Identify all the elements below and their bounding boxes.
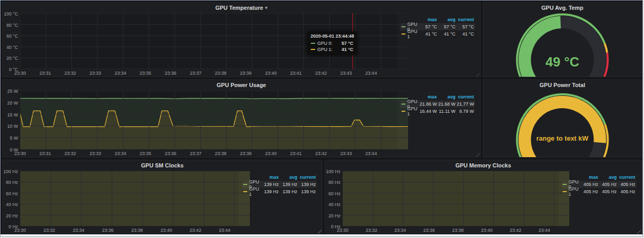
plot-area-sm-clocks[interactable]: 23:3023:3223:3423:3623:3823:4023:4223:44 xyxy=(20,171,239,226)
chart-canvas xyxy=(343,171,569,226)
series-fill-offscale xyxy=(20,171,250,226)
legend-power: maxavgcurrentGPU 021.86 W21.68 W21.77 WG… xyxy=(397,91,479,149)
x-tick-label: 23:39 xyxy=(240,71,252,76)
panel-gpu-sm-clocks: GPU SM Clocks 0 Hz20 Hz40 Hz60 Hz80 Hz10… xyxy=(2,160,323,234)
legend-row: GPU 116.44 W11.11 W9.79 W xyxy=(400,108,475,115)
legend-stat-value: 405 Hz xyxy=(617,189,635,194)
tooltip-series-value: 41 °C xyxy=(342,47,353,52)
x-tick-label: 23:30 xyxy=(337,228,349,233)
x-tick-label: 23:38 xyxy=(452,228,464,233)
panel-title-text: GPU SM Clocks xyxy=(141,162,184,168)
panel-title-gpu-power-usage[interactable]: GPU Power Usage xyxy=(3,80,480,90)
x-tick-label: 23:41 xyxy=(290,151,302,156)
series-swatch-icon xyxy=(311,43,315,44)
x-tick-label: 23:38 xyxy=(131,228,143,233)
panel-title-gpu-sm-clocks[interactable]: GPU SM Clocks xyxy=(3,160,322,170)
panel-resize-handle[interactable] xyxy=(476,153,480,157)
legend-stat-value: 139 Hz xyxy=(297,189,316,194)
panel-title-gpu-temperature[interactable]: GPU Temperature ▾ xyxy=(3,3,480,12)
plot-area-power[interactable]: 23:3023:3123:3223:3323:3423:3523:3623:37… xyxy=(20,91,397,149)
x-tick-label: 23:34 xyxy=(114,151,126,156)
x-tick-label: 23:44 xyxy=(219,228,231,233)
grafana-dashboard: GPU Temperature ▾ 0 °C20 °C40 °C60 °C80 … xyxy=(1,1,643,234)
panel-resize-handle[interactable] xyxy=(637,230,641,233)
x-tick-label: 23:41 xyxy=(290,71,302,76)
x-tick-label: 23:39 xyxy=(240,151,252,156)
x-tick-label: 23:40 xyxy=(481,228,493,233)
legend-header-avg: avg xyxy=(279,175,297,180)
x-tick-label: 23:43 xyxy=(340,71,352,76)
legend-stat-value: 16.44 W xyxy=(418,109,437,114)
panel-title-gpu-power-total[interactable]: GPU Power Total xyxy=(483,80,641,90)
series-label: GPU 1 xyxy=(569,186,580,197)
legend-stat-value: 57 °C xyxy=(418,24,437,29)
legend-header-current: current xyxy=(455,17,474,22)
panel-gpu-power-total: GPU Power Total range to text kW xyxy=(483,79,642,158)
x-tick-label: 23:33 xyxy=(90,151,101,156)
y-tick-label: 20 °C xyxy=(6,56,18,61)
y-tick-label: 60 °C xyxy=(6,33,18,39)
y-tick-label: 80 Hz xyxy=(6,180,18,185)
x-tick-label: 23:42 xyxy=(315,71,327,76)
tooltip-series-value: 57 °C xyxy=(342,41,353,46)
plot-area-memory-clocks[interactable]: 23:3023:3223:3423:3623:3823:4023:4223:44 xyxy=(343,171,558,226)
y-tick-label: 25 W xyxy=(7,89,18,94)
tooltip-series-row: GPU 0:57 °C xyxy=(311,40,353,46)
legend-stat-value: 21.68 W xyxy=(437,101,455,107)
x-tick-label: 23:37 xyxy=(190,71,201,76)
y-axis-sm-clocks: 0 Hz20 Hz40 Hz60 Hz80 Hz100 Hz xyxy=(4,171,20,226)
legend-stat-value: 139 Hz xyxy=(260,182,279,187)
tooltip-series-label: GPU 1: xyxy=(317,47,333,52)
gauge-value-power-total: range to text kW xyxy=(536,134,588,142)
y-tick-label: 80 Hz xyxy=(328,180,341,185)
x-tick-label: 23:30 xyxy=(14,71,26,76)
legend-stat-value: 405 Hz xyxy=(617,182,635,187)
x-tick-label: 23:34 xyxy=(114,71,126,76)
panel-gpu-power-usage: GPU Power Usage 0 W5 W10 W15 W20 W25 W 2… xyxy=(2,79,481,158)
legend-header-avg: avg xyxy=(598,175,617,180)
series-swatch-icon xyxy=(311,49,315,50)
gauge-power-total: range to text kW xyxy=(483,90,641,157)
x-tick-label: 23:32 xyxy=(64,71,76,76)
legend-stat-value: 405 Hz xyxy=(580,189,598,194)
panel-title-gpu-avg-temp[interactable]: GPU Avg. Temp xyxy=(483,3,641,12)
x-tick-label: 23:34 xyxy=(73,228,84,233)
y-tick-label: 5 W xyxy=(10,135,18,141)
panel-title-gpu-memory-clocks[interactable]: GPU Memory Clocks xyxy=(325,160,641,170)
x-tick-label: 23:30 xyxy=(14,228,26,233)
panel-resize-handle[interactable] xyxy=(318,230,321,233)
tooltip-timestamp: 2020-05-01 23:44:48 xyxy=(311,33,353,39)
legend-stat-value: 139 Hz xyxy=(297,182,316,187)
y-tick-label: 100 Hz xyxy=(3,169,18,174)
x-tick-label: 23:42 xyxy=(315,151,327,156)
panel-title-text: GPU Power Total xyxy=(539,82,585,88)
legend-header-max: max xyxy=(418,17,437,22)
panel-resize-handle[interactable] xyxy=(476,73,480,76)
legend-stat-value: 139 Hz xyxy=(260,189,279,194)
legend-row: GPU 1139 Hz139 Hz139 Hz xyxy=(242,188,317,195)
legend-stat-value: 139 Hz xyxy=(279,182,297,187)
legend-stat-value: 405 Hz xyxy=(598,182,617,187)
y-tick-label: 60 Hz xyxy=(6,191,18,196)
plot-area-temperature[interactable]: 23:3023:3123:3223:3323:3423:3523:3623:37… xyxy=(20,13,397,69)
x-tick-label: 23:36 xyxy=(102,228,114,233)
y-tick-label: 40 Hz xyxy=(328,202,341,207)
y-tick-label: 40 Hz xyxy=(6,202,18,207)
series-label: GPU 1 xyxy=(408,106,418,116)
y-tick-label: 20 Hz xyxy=(328,213,341,218)
y-tick-label: 100 °C xyxy=(4,11,18,16)
panel-title-text: GPU Power Usage xyxy=(217,82,266,88)
x-tick-label: 23:44 xyxy=(538,228,550,233)
series-label: GPU 1 xyxy=(408,29,418,39)
x-tick-label: 23:32 xyxy=(366,228,378,233)
legend-header-max: max xyxy=(418,94,437,99)
x-tick-label: 23:31 xyxy=(39,151,51,156)
panel-title-text: GPU Temperature xyxy=(215,5,263,11)
legend-stat-value: 41 °C xyxy=(418,31,437,37)
y-axis-temperature: 0 °C20 °C40 °C60 °C80 °C100 °C xyxy=(4,13,20,69)
x-tick-label: 23:31 xyxy=(39,71,51,76)
legend-stat-value: 405 Hz xyxy=(598,189,617,194)
x-tick-label: 23:40 xyxy=(265,71,277,76)
legend-sm-clocks: maxavgcurrentGPU 0139 Hz139 Hz139 HzGPU … xyxy=(239,171,321,226)
legend-temperature: maxavgcurrentGPU 057 °C57 °C57 °CGPU 141… xyxy=(397,13,479,69)
